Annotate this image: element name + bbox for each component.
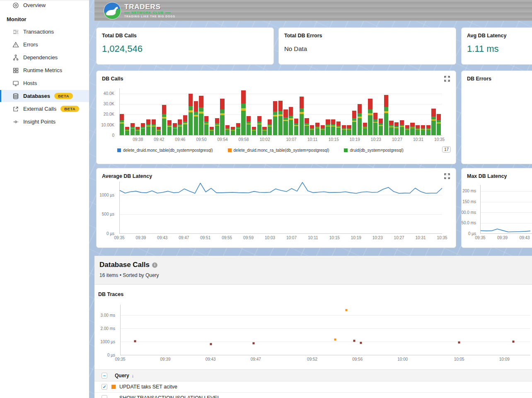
- stacked-bar: [204, 116, 208, 135]
- avg-latency-x-axis: 09:3509:3909:4309:4709:5109:5509:5910:03…: [119, 235, 442, 241]
- database-calls-subtitle: 16 items • Sorted by Query: [99, 272, 159, 278]
- trace-point[interactable]: [334, 339, 336, 341]
- external-calls-icon: [12, 106, 19, 112]
- background-strip: [89, 0, 94, 398]
- stacked-bar: [437, 114, 441, 135]
- max-latency-plot[interactable]: [480, 185, 532, 234]
- trace-point[interactable]: [513, 341, 515, 343]
- stacked-bar: [189, 94, 193, 135]
- stacked-bar: [141, 123, 145, 135]
- logo-title: TRADERS: [124, 3, 175, 10]
- sidebar-item-overview[interactable]: Overview: [0, 0, 89, 11]
- stacked-bar: [283, 109, 288, 135]
- db-traces-plot[interactable]: [120, 305, 530, 355]
- total-db-calls-card: Total DB Calls 1,024,546: [96, 27, 274, 65]
- sort-descending-icon[interactable]: ↓: [132, 373, 134, 378]
- stacked-bar: [225, 125, 230, 135]
- stacked-bar: [135, 127, 140, 135]
- stacked-bar: [178, 119, 182, 135]
- stacked-bar: [120, 114, 124, 135]
- sidebar-section-monitor: Monitor: [0, 12, 89, 25]
- db-calls-plot[interactable]: [119, 88, 442, 136]
- sidebar-item-databases[interactable]: DatabasesBETA: [0, 90, 89, 102]
- select-all-checkbox[interactable]: −: [102, 373, 107, 379]
- stacked-bar: [278, 101, 283, 135]
- sidebar-item-external-calls[interactable]: External CallsBETA: [0, 103, 89, 115]
- total-db-errors-card: Total DB Errors No Data: [278, 27, 456, 65]
- beta-badge: BETA: [54, 93, 73, 100]
- query-table-row[interactable]: ✓UPDATE taks SET acitve: [94, 381, 532, 393]
- row-checkbox[interactable]: ✓: [102, 384, 107, 390]
- legend-item[interactable]: druid(db_system=postgresql): [344, 148, 403, 153]
- sidebar-item-insight-points[interactable]: Insight Points: [0, 116, 89, 128]
- sidebar-item-runtime-metrics[interactable]: Runtime Metrics: [0, 64, 89, 76]
- stacked-bar: [157, 127, 161, 135]
- info-icon[interactable]: i: [152, 262, 157, 268]
- trace-point[interactable]: [458, 341, 460, 343]
- stacked-bar: [247, 116, 251, 135]
- expand-icon[interactable]: [444, 76, 450, 82]
- stacked-bar: [294, 119, 298, 135]
- row-checkbox[interactable]: [102, 395, 107, 398]
- stacked-bar: [405, 125, 409, 135]
- legend-item[interactable]: delete_druid.monc_ra_table(db_system=pos…: [228, 148, 329, 153]
- query-table-header-row: − Query ↓: [94, 369, 532, 381]
- trace-point[interactable]: [210, 343, 212, 345]
- stacked-bar: [236, 123, 240, 135]
- database-calls-title: Database Callsi: [99, 261, 157, 269]
- legend-item[interactable]: delete_druid.monc_table(db_system=postgr…: [117, 148, 213, 153]
- bull-logo-icon: [104, 2, 121, 19]
- stacked-bar: [167, 120, 172, 135]
- stacked-bar: [146, 119, 150, 135]
- trace-point[interactable]: [345, 309, 347, 311]
- query-column-header[interactable]: Query: [115, 373, 129, 379]
- stacked-bar: [384, 95, 388, 135]
- trace-point[interactable]: [134, 340, 136, 342]
- sidebar-item-label: External Calls: [23, 106, 56, 112]
- db-calls-legend: delete_druid.monc_table(db_system=postgr…: [117, 148, 404, 153]
- avg-latency-y-axis: 0 µs500 µs1000 µs: [96, 182, 117, 234]
- stacked-bar: [241, 90, 245, 135]
- sidebar-item-hosts[interactable]: Hosts: [0, 77, 89, 89]
- avg-latency-panel-title: Average DB Latency: [102, 173, 152, 179]
- sidebar-item-errors[interactable]: Errors: [0, 39, 89, 51]
- stacked-bar: [410, 123, 414, 135]
- stacked-bar: [257, 116, 261, 135]
- logo-dash: [165, 12, 171, 13]
- legend-swatch-icon: [228, 148, 232, 152]
- dependencies-icon: [12, 54, 19, 61]
- query-color-swatch: [111, 385, 116, 389]
- max-latency-panel: Max DB Latency 0 µs50.0 ms100.0 ms150 ms…: [461, 168, 532, 248]
- stacked-bar: [421, 125, 425, 135]
- trace-point[interactable]: [253, 342, 255, 344]
- stacked-bar: [394, 122, 399, 135]
- db-calls-x-axis: 09:3809:4209:4609:5009:5409:5810:0210:07…: [119, 137, 442, 143]
- sidebar-item-dependencies[interactable]: Dependencies: [0, 51, 89, 63]
- legend-overflow-count[interactable]: 17: [442, 146, 451, 153]
- avg-latency-plot[interactable]: [119, 182, 442, 234]
- total-db-calls-value: 1,024,546: [102, 44, 143, 54]
- database-calls-section: Database Callsi 16 items • Sorted by Que…: [94, 256, 532, 398]
- query-table: − Query ↓ ✓UPDATE taks SET acitveSHOW TR…: [94, 369, 532, 398]
- app-root: TRADERS NETWORK CLUB TRADING LIKE THE BI…: [0, 0, 532, 398]
- stacked-bar: [400, 120, 404, 135]
- stacked-bar: [183, 115, 187, 135]
- sidebar-item-label: Dependencies: [23, 54, 58, 61]
- stacked-bar: [310, 125, 314, 135]
- query-table-row[interactable]: SHOW TRANSACTION ISOLATION LEVEL: [94, 393, 532, 398]
- sidebar-item-transactions[interactable]: Transactions: [0, 26, 89, 38]
- errors-icon: [12, 41, 19, 48]
- total-db-errors-value: No Data: [284, 45, 307, 52]
- stacked-bar: [379, 119, 383, 135]
- trace-point[interactable]: [353, 340, 355, 342]
- stacked-bar: [321, 125, 325, 135]
- db-calls-y-axis: 010.00K20.0K30.0K40.0K: [96, 88, 117, 136]
- expand-icon[interactable]: [444, 173, 450, 179]
- stacked-bar: [331, 119, 335, 135]
- stacked-bar: [300, 97, 304, 135]
- stacked-bar: [210, 127, 214, 135]
- runtime-metrics-icon: [12, 67, 19, 74]
- trace-point[interactable]: [360, 342, 362, 344]
- legend-swatch-icon: [344, 148, 348, 152]
- stacked-bar: [358, 104, 362, 135]
